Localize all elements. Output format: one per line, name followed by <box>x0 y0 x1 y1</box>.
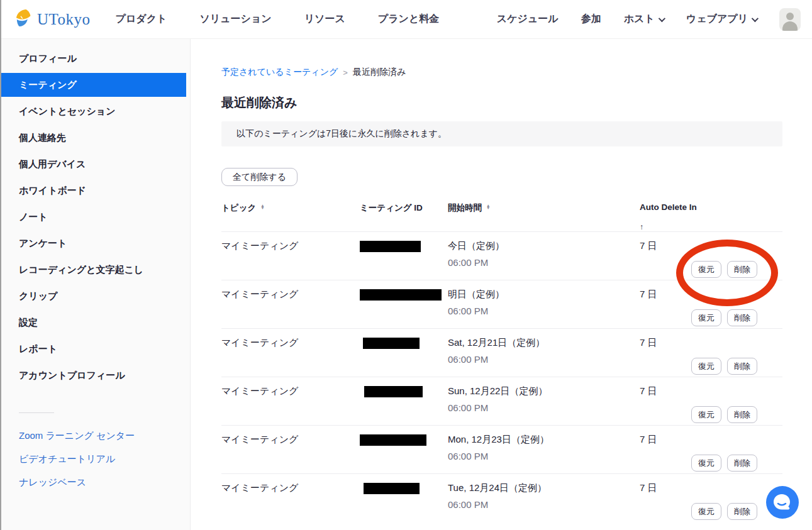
delete-button[interactable]: 削除 <box>727 309 757 326</box>
chevron-down-icon <box>752 14 759 21</box>
delete-button[interactable]: 削除 <box>727 406 757 423</box>
chevron-down-icon <box>659 14 665 21</box>
nav-resources[interactable]: リソース <box>304 13 345 26</box>
sidebar: プロフィール ミーティング イベントとセッション 個人連絡先 個人用デバイス ホ… <box>1 39 191 530</box>
delete-button[interactable]: 削除 <box>727 455 757 472</box>
row-actions: 復元 削除 <box>691 455 757 472</box>
deleted-meetings-table: トピック ▲▼ ミーティング ID 開始時間 ▲▼ Auto Delete In… <box>221 202 782 522</box>
breadcrumb-upcoming-meetings[interactable]: 予定されているミーティング <box>221 67 338 78</box>
sidebar-item-recordings-transcripts[interactable]: レコーディングと文字起こし <box>1 257 190 283</box>
meeting-topic: マイミーティング <box>221 482 360 522</box>
utokyo-logo[interactable]: UTokyo <box>15 9 91 30</box>
column-header-topic: トピック ▲▼ <box>221 202 360 231</box>
delete-all-button[interactable]: 全て削除する <box>221 168 298 186</box>
meeting-id-redacted <box>360 434 426 446</box>
restore-button[interactable]: 復元 <box>691 309 721 326</box>
sidebar-item-surveys[interactable]: アンケート <box>1 230 190 257</box>
restore-button[interactable]: 復元 <box>691 406 721 423</box>
meeting-start-time: Tue, 12月24日（定例） 06:00 PM <box>448 482 640 522</box>
chat-widget-button[interactable] <box>766 486 799 519</box>
breadcrumb-current: 最近削除済み <box>353 67 406 78</box>
sidebar-item-clips[interactable]: クリップ <box>1 283 190 309</box>
delete-button[interactable]: 削除 <box>727 503 757 520</box>
meeting-start-time: Sun, 12月22日（定例） 06:00 PM <box>448 385 640 425</box>
column-header-auto-delete: Auto Delete In ↑ <box>640 202 782 231</box>
column-header-start-time: 開始時間 ▲▼ <box>448 202 640 231</box>
meeting-start-time: Mon, 12月23日（定例） 06:00 PM <box>448 434 640 473</box>
chat-bubble-icon <box>766 486 799 519</box>
meeting-topic: マイミーティング <box>221 385 360 425</box>
meeting-topic: マイミーティング <box>221 434 360 473</box>
nav-host-label: ホスト <box>624 13 655 26</box>
meeting-topic: マイミーティング <box>221 337 360 377</box>
row-actions: 復元 削除 <box>691 358 757 375</box>
table-header-row: トピック ▲▼ ミーティング ID 開始時間 ▲▼ Auto Delete In… <box>221 202 782 231</box>
top-header: UTokyo プロダクト ソリューション リソース プランと料金 スケジュール … <box>1 0 812 39</box>
sidebar-link-learning-center[interactable]: Zoom ラーニング センター <box>1 424 190 448</box>
sidebar-item-personal-devices[interactable]: 個人用デバイス <box>1 151 190 177</box>
row-actions: 復元 削除 <box>691 406 757 423</box>
nav-plans-pricing[interactable]: プランと料金 <box>378 13 440 26</box>
breadcrumb: 予定されているミーティング > 最近削除済み <box>221 67 782 78</box>
page-title: 最近削除済み <box>221 94 782 111</box>
table-row: マイミーティング Sun, 12月22日（定例） 06:00 PM 7 日 復元… <box>221 377 782 425</box>
main-content: 予定されているミーティング > 最近削除済み 最近削除済み 以下のミーティングは… <box>191 39 812 530</box>
sidebar-link-video-tutorials[interactable]: ビデオチュートリアル <box>1 448 190 471</box>
main-nav: プロダクト ソリューション リソース プランと料金 <box>116 13 440 26</box>
sidebar-link-knowledge-base[interactable]: ナレッジベース <box>1 471 190 494</box>
sidebar-item-reports[interactable]: レポート <box>1 336 190 362</box>
meeting-start-time: 今日（定例） 06:00 PM <box>448 240 640 280</box>
nav-webapp-label: ウェブアプリ <box>686 13 748 26</box>
meeting-id-redacted <box>360 289 442 301</box>
nav-products[interactable]: プロダクト <box>116 13 167 26</box>
sidebar-item-personal-contacts[interactable]: 個人連絡先 <box>1 124 190 151</box>
restore-button[interactable]: 復元 <box>691 358 721 375</box>
notice-banner: 以下のミーティングは7日後に永久に削除されます。 <box>221 121 782 146</box>
restore-button[interactable]: 復元 <box>691 455 721 472</box>
nav-webapp-dropdown[interactable]: ウェブアプリ <box>686 13 757 26</box>
delete-button[interactable]: 削除 <box>727 261 757 278</box>
sidebar-item-profile[interactable]: プロフィール <box>1 45 190 72</box>
sidebar-item-whiteboard[interactable]: ホワイトボード <box>1 177 190 204</box>
meeting-id-redacted <box>360 241 421 252</box>
meeting-start-time: Sat, 12月21日（定例） 06:00 PM <box>448 337 640 377</box>
sidebar-item-notes[interactable]: ノート <box>1 204 190 230</box>
table-row: マイミーティング Mon, 12月23日（定例） 06:00 PM 7 日 復元… <box>221 425 782 473</box>
nav-schedule[interactable]: スケジュール <box>497 13 559 26</box>
nav-join[interactable]: 参加 <box>581 13 601 26</box>
sort-arrows-icon[interactable]: ▲▼ <box>486 204 490 209</box>
meeting-topic: マイミーティング <box>221 289 360 328</box>
sidebar-divider <box>19 412 54 413</box>
person-icon <box>786 13 794 20</box>
sidebar-item-events-sessions[interactable]: イベントとセッション <box>1 98 190 124</box>
sort-arrows-icon[interactable]: ▲▼ <box>260 204 264 209</box>
breadcrumb-separator: > <box>343 68 348 77</box>
avatar[interactable] <box>779 8 801 31</box>
row-actions: 復元 削除 <box>691 309 757 326</box>
sort-ascending-icon[interactable]: ↑ <box>640 223 782 231</box>
table-row: マイミーティング Sat, 12月21日（定例） 06:00 PM 7 日 復元… <box>221 328 782 377</box>
restore-button[interactable]: 復元 <box>691 503 721 520</box>
sidebar-item-account-profile[interactable]: アカウントプロフィール <box>1 362 190 389</box>
right-nav: スケジュール 参加 ホスト ウェブアプリ <box>497 8 801 31</box>
restore-button[interactable]: 復元 <box>691 261 721 278</box>
ginkgo-leaf-icon <box>15 9 35 30</box>
table-row: マイミーティング 明日（定例） 06:00 PM 7 日 復元 削除 <box>221 280 782 328</box>
table-row: マイミーティング 今日（定例） 06:00 PM 7 日 復元 削除 <box>221 231 782 280</box>
meeting-topic: マイミーティング <box>221 240 360 280</box>
row-actions: 復元 削除 <box>691 503 757 520</box>
row-actions: 復元 削除 <box>691 261 757 278</box>
column-header-meeting-id: ミーティング ID <box>360 202 448 231</box>
meeting-id-redacted <box>363 338 420 349</box>
nav-host-dropdown[interactable]: ホスト <box>624 13 664 26</box>
table-row: マイミーティング Tue, 12月24日（定例） 06:00 PM 7 日 復元… <box>221 473 782 522</box>
sidebar-item-meetings[interactable]: ミーティング <box>1 73 186 97</box>
logo-text: UTokyo <box>37 11 91 28</box>
meeting-id-redacted <box>364 483 420 494</box>
sidebar-item-settings[interactable]: 設定 <box>1 309 190 336</box>
nav-solutions[interactable]: ソリューション <box>199 13 271 26</box>
meeting-start-time: 明日（定例） 06:00 PM <box>448 289 640 328</box>
delete-button[interactable]: 削除 <box>727 358 757 375</box>
meeting-id-redacted <box>364 386 423 397</box>
